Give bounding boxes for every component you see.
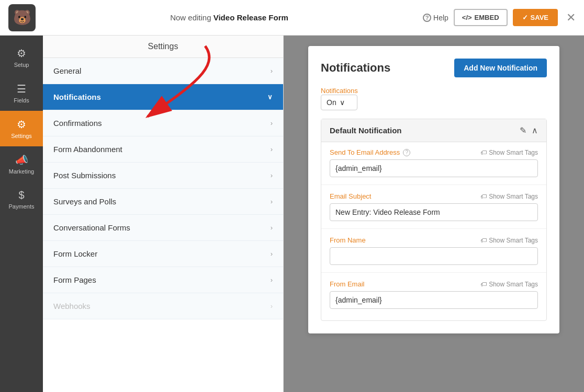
send-to-email-label-row: Send To Email Address ? 🏷 Show Smart Tag… — [330, 148, 538, 156]
from-name-field: From Name 🏷 Show Smart Tags — [321, 236, 546, 273]
sidebar-item-marketing[interactable]: 📣 Marketing — [0, 146, 43, 182]
card-header: Notifications Add New Notification — [321, 59, 547, 77]
main-layout: ⚙ Setup ☰ Fields ⚙ Settings 📣 Marketing … — [0, 36, 584, 392]
notifications-status-dropdown[interactable]: On ∨ — [321, 95, 357, 110]
confirmations-label: Confirmations — [53, 119, 102, 128]
tag-icon: 🏷 — [480, 149, 487, 156]
from-name-label-row: From Name 🏷 Show Smart Tags — [330, 236, 538, 244]
menu-item-post-submissions[interactable]: Post Submissions › — [43, 163, 283, 189]
settings-panel: Settings General › Notifications ∨ Confi… — [43, 36, 284, 392]
chevron-right-icon: › — [271, 119, 273, 127]
card-title: Notifications — [321, 61, 390, 75]
from-name-label: From Name — [330, 236, 366, 244]
menu-item-form-pages[interactable]: Form Pages › — [43, 267, 283, 293]
menu-item-conversational-forms[interactable]: Conversational Forms › — [43, 215, 283, 241]
notifications-label: Notifications — [53, 93, 101, 101]
notification-box-header: Default Notification ✎ ∧ — [321, 119, 546, 142]
sidebar-fields-label: Fields — [14, 97, 29, 103]
topbar-right: ? Help </> EMBED ✓ SAVE ✕ — [423, 9, 576, 26]
chevron-down-icon: ∨ — [340, 98, 345, 107]
email-subject-field: Email Subject 🏷 Show Smart Tags — [321, 192, 546, 229]
sidebar-marketing-label: Marketing — [9, 168, 34, 175]
send-to-email-smart-tags[interactable]: 🏷 Show Smart Tags — [480, 149, 538, 156]
sidebar-item-settings[interactable]: ⚙ Settings — [0, 111, 43, 146]
form-pages-label: Form Pages — [53, 275, 96, 284]
sidebar-item-fields[interactable]: ☰ Fields — [0, 75, 43, 111]
menu-item-confirmations[interactable]: Confirmations › — [43, 110, 283, 136]
tag-icon: 🏷 — [480, 237, 487, 244]
topbar-center: Now editing Video Release Form — [36, 13, 423, 22]
chevron-right-icon: › — [271, 250, 273, 258]
send-to-email-label: Send To Email Address — [330, 148, 400, 156]
logo-bear-icon: 🐻 — [13, 9, 31, 26]
default-notification-box: Default Notification ✎ ∧ Send To Email A… — [321, 119, 547, 321]
general-label: General — [53, 66, 81, 75]
status-value: On — [327, 98, 336, 107]
from-email-input[interactable] — [330, 291, 538, 309]
notification-box-actions: ✎ ∧ — [520, 125, 538, 135]
webhooks-label: Webhooks — [53, 302, 91, 310]
add-notification-button[interactable]: Add New Notification — [454, 59, 547, 77]
chevron-right-icon: › — [271, 145, 273, 153]
chevron-right-icon: › — [271, 67, 273, 75]
sidebar-settings-label: Settings — [11, 133, 32, 139]
send-to-email-input[interactable] — [330, 159, 538, 177]
conversational-forms-label: Conversational Forms — [53, 223, 130, 232]
from-email-smart-tags[interactable]: 🏷 Show Smart Tags — [480, 281, 538, 288]
surveys-polls-label: Surveys and Polls — [53, 197, 116, 206]
embed-label: EMBED — [475, 14, 499, 21]
status-label: Notifications — [321, 87, 547, 95]
sidebar-item-payments[interactable]: $ Payments — [0, 182, 43, 217]
settings-icon: ⚙ — [17, 118, 26, 131]
notifications-card: Notifications Add New Notification Notif… — [308, 46, 559, 333]
form-locker-label: Form Locker — [53, 249, 97, 258]
help-label: Help — [433, 14, 448, 22]
settings-menu: General › Notifications ∨ Confirmations … — [43, 58, 283, 392]
save-button[interactable]: ✓ SAVE — [513, 9, 558, 26]
chevron-down-icon: ∨ — [267, 93, 273, 101]
save-label: SAVE — [531, 14, 548, 21]
menu-item-notifications[interactable]: Notifications ∨ — [43, 84, 283, 110]
embed-button[interactable]: </> EMBED — [454, 9, 508, 26]
help-button[interactable]: ? Help — [423, 14, 448, 22]
from-email-label: From Email — [330, 280, 364, 288]
tag-icon: 🏷 — [480, 193, 487, 200]
payments-icon: $ — [18, 189, 24, 201]
menu-item-webhooks[interactable]: Webhooks › — [43, 293, 283, 319]
info-icon: ? — [403, 149, 410, 156]
menu-item-form-locker[interactable]: Form Locker › — [43, 241, 283, 267]
chevron-right-icon: › — [271, 224, 273, 232]
from-name-input[interactable] — [330, 247, 538, 265]
from-name-smart-tags[interactable]: 🏷 Show Smart Tags — [480, 237, 538, 244]
chevron-right-icon: › — [271, 302, 273, 310]
content-panel: Notifications Add New Notification Notif… — [284, 36, 584, 392]
fields-icon: ☰ — [17, 83, 26, 95]
chevron-right-icon: › — [271, 276, 273, 284]
email-subject-label: Email Subject — [330, 192, 371, 200]
post-submissions-label: Post Submissions — [53, 171, 116, 180]
menu-item-general[interactable]: General › — [43, 58, 283, 84]
email-subject-smart-tags[interactable]: 🏷 Show Smart Tags — [480, 193, 538, 200]
menu-item-form-abandonment[interactable]: Form Abandonment › — [43, 136, 283, 163]
marketing-icon: 📣 — [15, 154, 28, 166]
gear-icon: ⚙ — [17, 47, 26, 60]
sidebar-payments-label: Payments — [9, 203, 35, 210]
menu-item-surveys-and-polls[interactable]: Surveys and Polls › — [43, 189, 283, 215]
edit-notification-button[interactable]: ✎ — [520, 125, 526, 135]
close-button[interactable]: ✕ — [566, 11, 576, 25]
collapse-notification-button[interactable]: ∧ — [532, 125, 538, 135]
topbar: 🐻 Now editing Video Release Form ? Help … — [0, 0, 584, 36]
help-icon: ? — [423, 14, 431, 22]
sidebar-item-setup[interactable]: ⚙ Setup — [0, 40, 43, 75]
email-subject-input[interactable] — [330, 203, 538, 221]
from-email-label-row: From Email 🏷 Show Smart Tags — [330, 280, 538, 288]
chevron-right-icon: › — [271, 171, 273, 179]
form-abandonment-label: Form Abandonment — [53, 145, 122, 154]
notification-box-title: Default Notification — [330, 126, 402, 135]
chevron-right-icon: › — [271, 198, 273, 205]
sidebar: ⚙ Setup ☰ Fields ⚙ Settings 📣 Marketing … — [0, 36, 43, 392]
form-name: Video Release Form — [214, 13, 288, 22]
status-field-section: Notifications On ∨ — [321, 87, 547, 110]
tag-icon: 🏷 — [480, 281, 487, 288]
from-email-field: From Email 🏷 Show Smart Tags — [321, 280, 546, 313]
